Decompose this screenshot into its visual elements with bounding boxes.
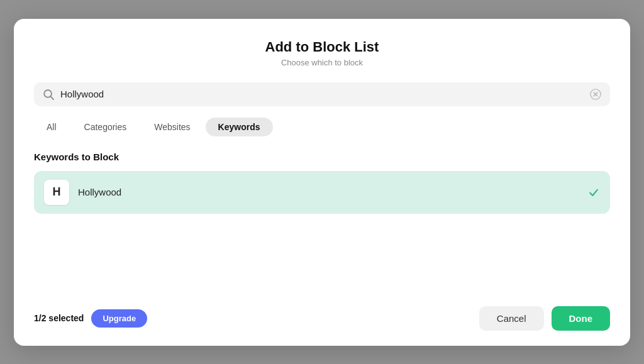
keyword-avatar: H <box>44 180 69 205</box>
tab-categories[interactable]: Categories <box>72 118 140 136</box>
modal-footer: 1/2 selected Upgrade Cancel Done <box>34 289 610 331</box>
modal-dialog: Add to Block List Choose which to block <box>14 19 630 346</box>
modal-overlay[interactable]: Add to Block List Choose which to block <box>0 0 644 364</box>
section-title: Keywords to Block <box>34 152 610 162</box>
modal-title: Add to Block List <box>34 39 610 55</box>
search-input[interactable] <box>60 89 584 99</box>
search-bar <box>34 82 610 106</box>
search-icon <box>43 89 54 100</box>
footer-right: Cancel Done <box>479 306 610 331</box>
svg-line-1 <box>51 96 54 99</box>
upgrade-button[interactable]: Upgrade <box>91 309 147 328</box>
clear-icon[interactable] <box>590 89 601 100</box>
selected-count: 1/2 selected <box>34 313 84 323</box>
check-icon <box>587 186 600 199</box>
keyword-item-hollywood[interactable]: H Hollywood <box>34 171 610 214</box>
footer-left: 1/2 selected Upgrade <box>34 309 147 328</box>
tab-keywords[interactable]: Keywords <box>206 118 273 136</box>
cancel-button[interactable]: Cancel <box>479 306 544 331</box>
tab-websites[interactable]: Websites <box>142 118 203 136</box>
tabs-bar: All Categories Websites Keywords <box>34 118 610 136</box>
keyword-name: Hollywood <box>78 187 579 197</box>
modal-subtitle: Choose which to block <box>34 58 610 67</box>
done-button[interactable]: Done <box>552 306 611 331</box>
modal-header: Add to Block List Choose which to block <box>34 39 610 67</box>
keywords-section: Keywords to Block H Hollywood <box>34 152 610 214</box>
tab-all[interactable]: All <box>34 118 69 136</box>
